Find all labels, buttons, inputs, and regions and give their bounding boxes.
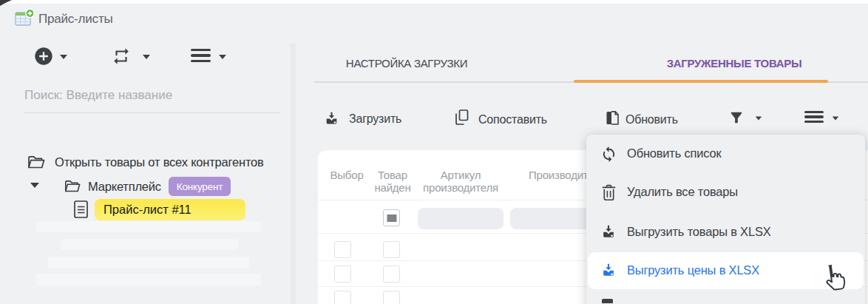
upload-button-label: Загрузить (349, 112, 401, 126)
chevron-down-icon (60, 55, 67, 59)
hand-cursor (821, 263, 847, 297)
match-button-label: Сопоставить (478, 113, 547, 126)
window-top-strip (0, 0, 868, 4)
refresh-icon (600, 146, 617, 166)
column-header-found: Товар найден (371, 169, 414, 194)
menu-item-label: Выгрузить товары в XLSX (627, 225, 771, 239)
caret-down-icon[interactable] (30, 183, 39, 188)
download-icon (600, 263, 617, 281)
repeat-icon (111, 55, 132, 68)
open-folder-icon (27, 154, 46, 173)
search-input[interactable] (24, 78, 279, 113)
tree-item-label: Маркетплейс (88, 180, 161, 194)
tree-item-pricelist-11[interactable]: Прайс-лист #11 (73, 199, 265, 221)
menu-item-label: Обновить список (627, 146, 722, 161)
competitor-badge: Конкурент (169, 177, 231, 196)
cell-skeleton (510, 208, 596, 229)
cell-skeleton (418, 208, 503, 229)
open-folder-icon (64, 178, 81, 197)
chevron-down-icon (756, 116, 762, 120)
skeleton-row (36, 221, 261, 232)
column-header-article: Артикул производителя (416, 169, 506, 194)
menu-item-label: Выгрузить цены в XLSX (627, 263, 759, 277)
match-button[interactable]: Сопоставить (453, 109, 560, 129)
chevron-down-icon (219, 55, 226, 59)
filter-icon (728, 109, 745, 129)
checkbox[interactable] (334, 291, 351, 304)
left-panel-menu-button[interactable] (191, 49, 229, 70)
menu-item-label: Удалить все товары (627, 185, 738, 199)
reload-pricelists-button[interactable] (111, 47, 152, 69)
tab-loaded-products[interactable]: ЗАГРУЖЕННЫЕ ТОВАРЫ (631, 57, 838, 70)
tree-item-label: Открыть товары от всех контрагентов (55, 155, 264, 169)
update-button-label: Обновить (625, 113, 678, 126)
checkbox[interactable] (383, 266, 400, 283)
page-title: Прайс-листы (38, 12, 113, 27)
copy-icon (453, 109, 469, 129)
pricelist-app-icon (14, 8, 35, 29)
checkbox-indeterminate[interactable] (383, 209, 400, 226)
hamburger-icon (191, 49, 211, 62)
table-menu-button[interactable] (804, 111, 841, 130)
selected-pricelist-highlight[interactable]: Прайс-лист #11 (95, 199, 245, 220)
left-panel-scrollbar[interactable] (291, 43, 296, 304)
filter-button[interactable] (728, 109, 764, 129)
skeleton-row (36, 274, 261, 286)
download-icon (324, 110, 339, 129)
active-tab-underline (574, 80, 828, 83)
trash-icon (601, 183, 617, 205)
chevron-down-icon (833, 116, 839, 120)
price-lists-window: Прайс-листы Открыт (0, 0, 868, 304)
tree-item-marketplace[interactable]: Маркетплейс Конкурент (30, 176, 282, 197)
update-button[interactable]: Обновить (604, 109, 693, 129)
tree-item-all-contractors[interactable]: Открыть товары от всех контрагентов (27, 152, 293, 172)
hamburger-icon (804, 111, 824, 123)
skeleton-row (48, 257, 249, 268)
checkbox[interactable] (383, 241, 400, 258)
checkbox[interactable] (383, 291, 400, 304)
checkbox[interactable] (334, 266, 351, 283)
column-header-select: Выбор (325, 169, 368, 181)
plus-circle-icon (33, 56, 54, 69)
chevron-down-icon (143, 55, 150, 59)
document-icon (73, 200, 89, 223)
skeleton-row (61, 239, 238, 250)
tab-load-settings[interactable]: НАСТРОЙКА ЗАГРУЗКИ (311, 57, 503, 70)
download-icon (600, 224, 617, 243)
checkbox[interactable] (334, 241, 351, 258)
upload-button[interactable]: Загрузить (324, 109, 413, 130)
flip-page-icon (604, 109, 620, 129)
menu-item-partial-icon (602, 299, 613, 303)
checkbox-fill (387, 215, 396, 222)
add-pricelist-button[interactable] (33, 46, 69, 68)
